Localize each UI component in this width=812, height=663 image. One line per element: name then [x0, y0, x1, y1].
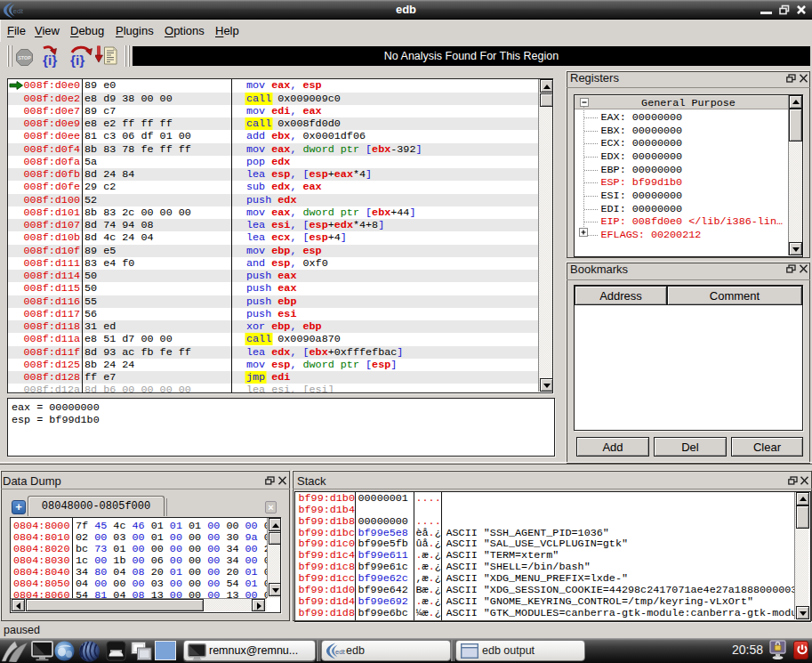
svg-text:STOP: STOP: [18, 55, 31, 61]
svg-text:{i}: {i}: [70, 53, 84, 68]
svg-text:edb: edb: [335, 648, 345, 656]
